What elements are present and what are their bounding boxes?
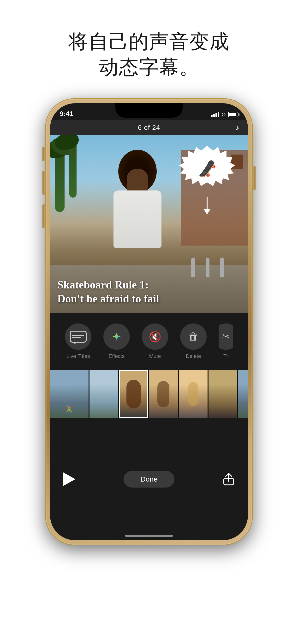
status-icons: ⊜ (211, 112, 238, 118)
live-titles-circle (65, 324, 91, 350)
play-triangle-icon (63, 472, 75, 486)
video-preview[interactable]: 🛹 Skateboard Rule 1: Don't be afraid to … (50, 135, 248, 313)
person-body (113, 190, 162, 248)
live-titles-icon (67, 328, 89, 345)
mute-button[interactable]: 🔇 Mute (142, 324, 168, 360)
subtitle-line2: Don't be afraid to fail (57, 292, 159, 305)
signal-bar-4 (218, 112, 219, 117)
trim-icon: ✂ (222, 332, 229, 342)
signal-bar-2 (213, 114, 215, 117)
mute-label: Mute (149, 353, 161, 360)
volume-down-button (43, 204, 45, 228)
share-icon (223, 473, 234, 486)
bollard-1 (220, 258, 224, 277)
film-cell-1[interactable]: 🚴 (50, 370, 89, 418)
bollard-2 (206, 258, 209, 277)
signal-bar-1 (211, 115, 213, 117)
bottom-bar: Done (50, 418, 248, 540)
speech-bubble: 🛹 (176, 145, 238, 198)
bubble-arrow (204, 197, 210, 214)
film-cell-3[interactable] (119, 370, 148, 418)
power-button (253, 166, 255, 190)
speech-bubble-icon (70, 330, 87, 342)
person (99, 150, 176, 289)
battery-fill (229, 113, 236, 116)
bubble-line-1 (72, 335, 84, 336)
battery-icon (228, 112, 238, 117)
subtitle-overlay: Skateboard Rule 1: Don't be afraid to fa… (57, 278, 241, 306)
wifi-icon: ⊜ (221, 112, 226, 118)
trim-circle: ✂ (219, 324, 233, 350)
done-button[interactable]: Done (123, 471, 175, 488)
effects-star-icon: ✦ (112, 330, 121, 343)
effects-circle: ✦ (103, 324, 130, 350)
filmstrip[interactable]: 🚴 🏃 (50, 370, 248, 418)
signal-bar-3 (215, 113, 217, 117)
phone-screen: 9:41 ⊜ 6 of 24 ♪ (50, 103, 248, 540)
signal-icon (211, 112, 219, 117)
bubble-line-2 (72, 337, 81, 338)
bollard-3 (191, 258, 195, 277)
counter-bar: 6 of 24 ♪ (50, 120, 248, 135)
effects-button[interactable]: ✦ Effects (103, 324, 130, 360)
home-indicator (125, 535, 173, 537)
status-time: 9:41 (60, 110, 73, 118)
delete-circle: 🗑 (180, 324, 207, 350)
counter-text: 6 of 24 (138, 124, 160, 132)
film-cell-4[interactable] (149, 370, 178, 418)
delete-label: Delete (186, 353, 201, 360)
trim-label: Tr (223, 353, 228, 360)
phone-device: 9:41 ⊜ 6 of 24 ♪ (46, 99, 252, 544)
live-titles-label: Live Titles (66, 353, 90, 360)
effects-label: Effects (109, 353, 125, 360)
delete-button[interactable]: 🗑 Delete (180, 324, 207, 360)
film-cell-5[interactable] (179, 370, 208, 418)
film-cell-7[interactable]: 🏃 (238, 370, 248, 418)
notch (115, 103, 183, 118)
controls-area: Live Titles ✦ Effects 🔇 Mut (50, 313, 248, 370)
trim-button[interactable]: ✂ Tr (219, 324, 233, 360)
mute-circle: 🔇 (142, 324, 168, 350)
mute-switch (43, 147, 45, 161)
music-icon[interactable]: ♪ (235, 124, 239, 132)
phone-shell: 9:41 ⊜ 6 of 24 ♪ (46, 99, 252, 544)
delete-icon: 🗑 (188, 331, 198, 342)
mute-icon: 🔇 (149, 331, 161, 342)
live-titles-button[interactable]: Live Titles (65, 324, 91, 360)
controls-row: Live Titles ✦ Effects 🔇 Mut (65, 324, 233, 360)
film-cell-6[interactable] (209, 370, 237, 418)
share-button[interactable] (221, 472, 236, 486)
page-title: 将自己的声音变成 动态字幕。 (68, 29, 230, 80)
volume-up-button (43, 171, 45, 195)
subtitle-text: Skateboard Rule 1: Don't be afraid to fa… (57, 278, 241, 306)
film-cell-2[interactable] (89, 370, 118, 418)
play-button[interactable] (62, 472, 77, 486)
subtitle-line1: Skateboard Rule 1: (57, 279, 149, 291)
